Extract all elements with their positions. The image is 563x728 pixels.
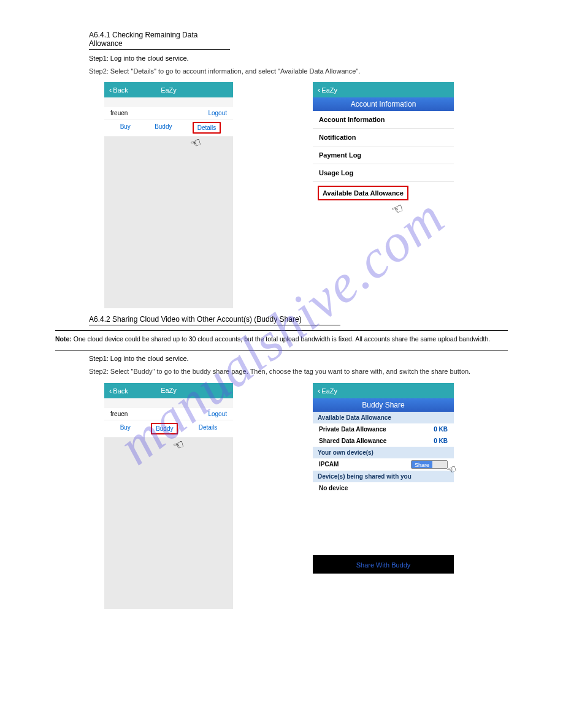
band-title: Account Information [313,97,454,111]
no-device-row: No device [313,482,454,494]
phone-right-b: ‹EaZy Buddy Share Available Data Allowan… [313,383,454,604]
tabs: Buy Buddy Details [104,420,233,438]
hand-pointer-icon: ☜ [188,134,203,152]
hand-pointer-icon: ☜ [389,200,406,219]
menu-item-payment-log[interactable]: Payment Log [313,146,454,164]
back-label: EaZy [321,387,337,395]
menu-item-usage-log[interactable]: Usage Log [313,164,454,182]
phone-body: ☜ [104,137,233,308]
section-b-desc: Step2: Select "Buddy" to go to the buddy… [89,367,508,376]
menu-item-notification[interactable]: Notification [313,129,454,146]
device-name: IPCAM [319,461,339,468]
section-a-desc: Step2: Select "Details" to go to account… [89,67,508,76]
tab-details[interactable]: Details [195,423,221,434]
phone-header: ‹Back EaZy [104,383,233,398]
chevron-left-icon: ‹ [318,386,320,395]
phone-header-r: ‹EaZy [313,82,454,97]
share-with-buddy-label: Share With Buddy [356,561,411,569]
menu-item-account-info[interactable]: Account Information [313,111,454,129]
subhead-own-devices: Your own device(s) [313,447,454,458]
phone-left-b: ‹Back EaZy freuen Logout Buy Buddy Detai… [104,383,233,604]
no-device-label: No device [319,485,348,491]
username: freuen [110,110,128,116]
user-row: freuen Logout [104,408,233,420]
note-text: One cloud device could be shared up to 3… [74,335,490,343]
username: freuen [110,411,128,417]
phone-left-a: ‹Back EaZy freuen Logout Buy Buddy Detai… [104,82,233,303]
tab-buy[interactable]: Buy [117,423,134,434]
subhead-shared-with-you: Device(s) being shared with you [313,471,454,482]
back-button[interactable]: ‹EaZy [318,85,337,94]
phone-right-a: ‹EaZy Account Information Account Inform… [313,82,454,303]
section-b-title: A6.4.2 Sharing Cloud Video with Other Ac… [89,315,340,325]
note: Note: One cloud device could be shared u… [55,335,508,344]
divider [55,330,508,331]
phone-header-r: ‹EaZy [313,383,454,398]
menu-item-available-data[interactable]: Available Data Allowance [318,186,408,200]
tab-details[interactable]: Details [193,122,221,134]
section-a-title: A6.4.1 Checking Remaining Data Allowance [89,31,230,50]
row-label: Shared Data Allowance [319,438,386,444]
spacer [104,97,233,107]
band-title: Buddy Share [313,398,454,412]
section-b-step1: Step1: Log into the cloud service. [89,355,508,362]
tab-buddy[interactable]: Buddy [151,423,178,434]
share-label: Share [412,461,432,468]
logout-link[interactable]: Logout [208,110,227,116]
chevron-left-icon: ‹ [109,85,112,94]
phone-header: ‹Back EaZy [104,82,233,97]
share-toggle[interactable]: Share [411,460,448,469]
subhead-available: Available Data Allowance [313,412,454,423]
tab-buy[interactable]: Buy [117,122,134,134]
back-button[interactable]: ‹EaZy [318,386,337,395]
row-label: Private Data Allowance [319,426,386,433]
logout-link[interactable]: Logout [208,411,227,417]
back-button[interactable]: ‹Back [109,85,128,94]
device-row: IPCAM Share ☜ [313,458,454,471]
back-label: Back [113,387,128,395]
back-button[interactable]: ‹Back [109,386,128,395]
section-a-step1: Step1: Log into the cloud service. [89,55,508,62]
note-label: Note: [55,335,72,343]
chevron-left-icon: ‹ [318,85,320,94]
hand-pointer-icon: ☜ [170,436,186,453]
row-value: 0 KB [434,426,448,433]
chevron-left-icon: ‹ [109,386,112,395]
tabs: Buy Buddy Details [104,119,233,137]
bottom-bar[interactable]: Share With Buddy [313,555,454,574]
tab-buddy[interactable]: Buddy [151,122,175,134]
back-label: EaZy [321,86,337,94]
row-value: 0 KB [434,438,448,444]
row-shared: Shared Data Allowance 0 KB [313,435,454,447]
user-row: freuen Logout [104,107,233,119]
menu-list: Account Information Notification Payment… [313,111,454,200]
back-label: Back [113,86,128,94]
row-private: Private Data Allowance 0 KB [313,423,454,435]
spacer [104,398,233,408]
divider [55,351,508,351]
phone-body: ☜ [104,438,233,609]
